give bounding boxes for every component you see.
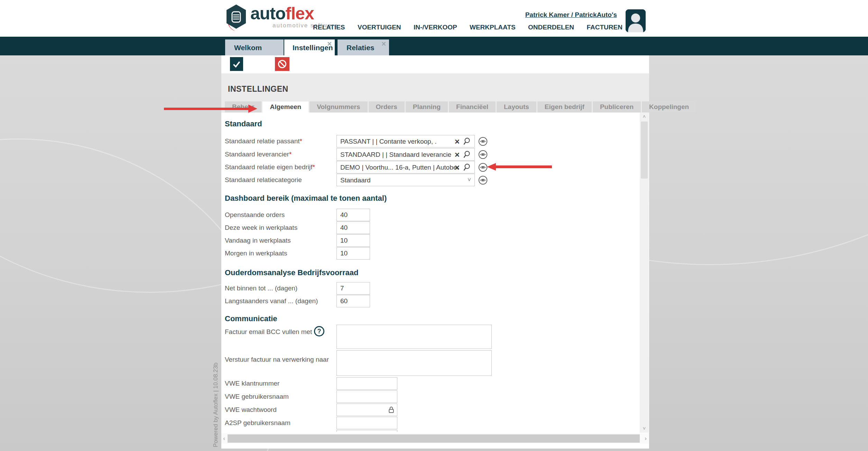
a2sp-gebruikersnaam-input[interactable] — [336, 417, 397, 429]
eye-circle-icon — [478, 137, 488, 146]
subtab-algemeen[interactable]: Algemeen — [262, 101, 308, 112]
deze-week-input[interactable] — [336, 222, 370, 234]
relatie-passant-lookup-field[interactable]: PASSANT | | Contante verkoop, . ✕ — [336, 135, 475, 147]
view-record-button[interactable] — [478, 163, 488, 172]
factuur-bcc-textarea[interactable] — [336, 325, 492, 349]
logo-word-auto: auto — [250, 4, 286, 23]
tab-welkom[interactable]: Welkom — [225, 39, 284, 55]
field-row-vandaag: Vandaag in werkplaats — [225, 234, 370, 247]
clear-icon[interactable]: ✕ — [454, 164, 460, 172]
tab-instellingen[interactable]: Instellingen × — [284, 39, 335, 55]
powered-by-text: Powered by Autoflex | 10.08.23b — [212, 352, 219, 447]
section-communicatie-title: Communicatie — [225, 314, 277, 323]
tab-close-icon[interactable]: × — [381, 40, 386, 47]
vwe-klantnummer-input[interactable] — [336, 377, 397, 390]
required-mark: * — [313, 163, 315, 171]
logo-word-flex: flex — [286, 4, 314, 23]
save-button[interactable] — [230, 57, 243, 71]
field-row-relatie-passant: Standaard relatie passant* PASSANT | | C… — [225, 135, 488, 147]
tab-relaties[interactable]: Relaties × — [338, 39, 389, 55]
field-label: Standaard leverancier* — [225, 151, 336, 158]
prohibition-icon — [277, 59, 287, 69]
scroll-left-icon[interactable]: ‹ — [221, 433, 227, 444]
app-header: autoflex automotive software RELATIES VO… — [0, 0, 868, 37]
nav-voertuigen[interactable]: VOERTUIGEN — [358, 24, 401, 31]
search-icon[interactable] — [463, 137, 471, 146]
leverancier-lookup-field[interactable]: STANDAARD | | Standaard leverancier ✕ — [336, 148, 475, 161]
user-account-link[interactable]: Patrick Kamer / PatrickAuto's — [525, 11, 617, 19]
avatar-silhouette-icon — [626, 9, 646, 32]
field-row-leverancier: Standaard leverancier* STANDAARD | | Sta… — [225, 148, 488, 161]
relatiecategorie-select[interactable]: Standaard ˅ — [336, 174, 475, 186]
vandaag-input[interactable] — [336, 234, 370, 247]
search-icon[interactable] — [463, 163, 471, 172]
morgen-input[interactable] — [336, 247, 370, 260]
vwe-gebruikersnaam-input[interactable] — [336, 390, 397, 403]
nav-in-verkoop[interactable]: IN-/VERKOOP — [414, 24, 457, 31]
field-label: VWE klantnummer — [225, 380, 336, 387]
field-row-vwe-gebruikersnaam: VWE gebruikersnaam — [225, 390, 397, 403]
subtab-financieel[interactable]: Financiëel — [449, 101, 496, 112]
field-label: Openstaande orders — [225, 211, 336, 219]
scroll-right-icon[interactable]: › — [643, 433, 648, 444]
subtab-layouts[interactable]: Layouts — [497, 101, 536, 112]
subtab-koppelingen[interactable]: Koppelingen — [642, 101, 696, 112]
subtab-volgnummers[interactable]: Volgnummers — [310, 101, 367, 112]
view-record-button[interactable] — [478, 175, 488, 185]
eye-circle-icon — [478, 163, 488, 172]
view-record-button[interactable] — [478, 150, 488, 159]
langstaanders-input[interactable] — [336, 295, 370, 307]
field-label: Factuur email BCC vullen met ? — [225, 328, 336, 336]
openstaande-orders-input[interactable] — [336, 209, 370, 221]
view-record-button[interactable] — [478, 137, 488, 146]
field-label: Standaard relatie passant* — [225, 137, 336, 145]
scroll-up-icon[interactable]: ˄ — [640, 113, 649, 120]
subtab-publiceren[interactable]: Publiceren — [593, 101, 641, 112]
settings-subtabs: Beheer Algemeen Volgnummers Orders Plann… — [225, 101, 696, 112]
vertical-scrollbar[interactable]: ˄ ˅ — [640, 112, 649, 433]
subtab-orders[interactable]: Orders — [369, 101, 405, 112]
horizontal-scrollbar[interactable]: ‹ › — [221, 433, 649, 444]
eye-circle-icon — [478, 175, 488, 185]
subtab-planning[interactable]: Planning — [406, 101, 448, 112]
required-mark: * — [300, 137, 302, 145]
eigen-bedrijf-lookup-field[interactable]: DEMO | Voorthu... 16-a, Putten | Autobed… — [336, 161, 475, 173]
annotation-arrow-eigen-bedrijf — [496, 165, 552, 168]
field-label: VWE gebruikersnaam — [225, 393, 336, 400]
settings-header-band: INSTELLINGEN Beheer Algemeen Volgnummers… — [221, 73, 649, 112]
field-label: A2SP gebruikersnaam — [225, 419, 336, 427]
clear-icon[interactable]: ✕ — [454, 138, 460, 146]
net-binnen-input[interactable] — [336, 282, 370, 295]
window-tab-bar: Welkom Instellingen × Relaties × — [0, 37, 868, 55]
nav-relaties[interactable]: RELATIES — [313, 24, 345, 31]
a2sp-wachtwoord-input[interactable] — [336, 430, 397, 432]
required-mark: * — [289, 151, 292, 158]
tab-close-icon[interactable]: × — [327, 40, 332, 47]
clear-icon[interactable]: ✕ — [454, 151, 460, 159]
field-row-a2sp-gebruikersnaam: A2SP gebruikersnaam — [225, 417, 397, 429]
annotation-arrow-algemeen — [164, 108, 249, 110]
nav-onderdelen[interactable]: ONDERDELEN — [528, 24, 574, 31]
field-label: Deze week in werkplaats — [225, 224, 336, 232]
chevron-down-icon: ˅ — [468, 177, 471, 183]
verstuur-naar-textarea[interactable] — [336, 350, 492, 376]
tab-relaties-label: Relaties — [347, 44, 375, 52]
nav-werkplaats[interactable]: WERKPLAATS — [470, 24, 516, 31]
vertical-scrollbar-thumb[interactable] — [641, 121, 648, 179]
horizontal-scrollbar-thumb[interactable] — [228, 434, 640, 443]
field-label: Standaard relatiecategorie — [225, 176, 336, 184]
help-icon[interactable]: ? — [314, 326, 324, 336]
field-label: VWE wachtwoord — [225, 406, 336, 414]
nav-facturen[interactable]: FACTUREN — [587, 24, 622, 31]
avatar[interactable] — [626, 9, 646, 32]
field-row-factuur-bcc: Factuur email BCC vullen met ? — [225, 325, 492, 349]
field-value: PASSANT | | Contante verkoop, . — [340, 138, 452, 145]
scroll-down-icon[interactable]: ˅ — [640, 425, 649, 432]
selected-value: Standaard — [340, 177, 371, 184]
field-label: Langstaanders vanaf ... (dagen) — [225, 297, 336, 305]
search-icon[interactable] — [463, 150, 471, 159]
subtab-eigen-bedrijf[interactable]: Eigen bedrijf — [537, 101, 592, 112]
checkmark-icon — [232, 60, 241, 69]
annotation-arrow-eigen-bedrijf-head — [487, 163, 496, 171]
cancel-button[interactable] — [275, 57, 289, 71]
